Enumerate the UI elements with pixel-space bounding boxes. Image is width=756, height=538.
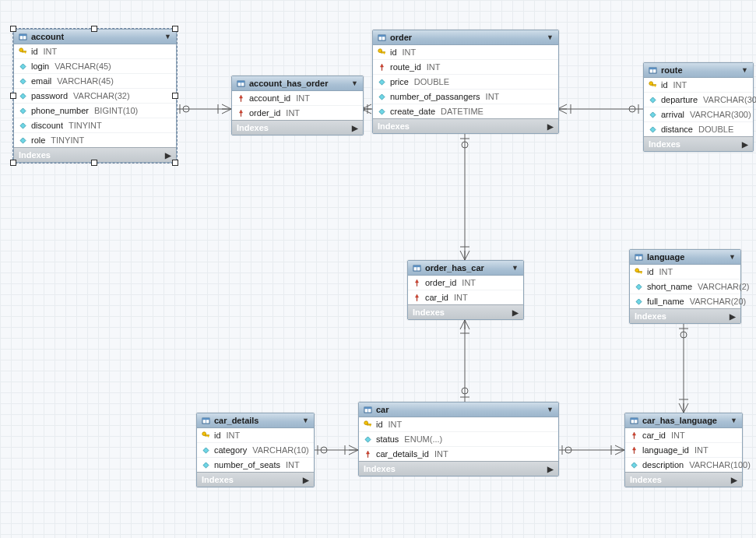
column-row[interactable]: short_nameVARCHAR(2) <box>630 280 740 294</box>
column-row[interactable]: route_idINT <box>373 60 558 75</box>
expand-icon[interactable]: ▶ <box>547 465 554 473</box>
collapse-icon[interactable]: ▼ <box>547 406 554 413</box>
column-row[interactable]: create_dateDATETIME <box>373 104 558 118</box>
column-list: idINTshort_nameVARCHAR(2)full_nameVARCHA… <box>630 265 740 308</box>
selection-handle[interactable] <box>10 26 16 32</box>
column-type: INT <box>286 108 300 118</box>
expand-icon[interactable]: ▶ <box>352 124 358 132</box>
column-row[interactable]: categoryVARCHAR(10) <box>197 443 314 458</box>
column-row[interactable]: passwordVARCHAR(32) <box>14 89 176 104</box>
svg-rect-85 <box>655 86 656 87</box>
indexes-section[interactable]: Indexes▶ <box>644 136 753 151</box>
column-row[interactable]: idINT <box>644 78 753 93</box>
indexes-section[interactable]: Indexes▶ <box>630 308 740 323</box>
column-row[interactable]: priceDOUBLE <box>373 75 558 90</box>
table-title: account_has_order <box>249 79 328 88</box>
column-row[interactable]: departureVARCHAR(300) <box>644 93 753 107</box>
attribute-icon <box>635 283 643 291</box>
table-account[interactable]: account▼idINTloginVARCHAR(45)emailVARCHA… <box>13 29 177 163</box>
column-row[interactable]: language_idINT <box>625 443 742 458</box>
indexes-section[interactable]: Indexes▶ <box>373 118 558 133</box>
table-header[interactable]: order_has_car▼ <box>408 261 523 276</box>
column-row[interactable]: order_idINT <box>232 106 363 120</box>
indexes-section[interactable]: Indexes▶ <box>359 461 558 476</box>
column-row[interactable]: descriptionVARCHAR(100) <box>625 458 742 472</box>
primary-key-icon <box>19 47 27 56</box>
column-row[interactable]: idINT <box>14 44 176 59</box>
expand-icon[interactable]: ▶ <box>303 476 309 484</box>
expand-icon[interactable]: ▶ <box>512 308 519 317</box>
column-row[interactable]: idINT <box>373 45 558 60</box>
expand-icon[interactable]: ▶ <box>165 151 171 160</box>
collapse-icon[interactable]: ▼ <box>547 33 554 41</box>
collapse-icon[interactable]: ▼ <box>351 79 358 87</box>
column-name: id <box>214 431 221 440</box>
selection-handle[interactable] <box>91 26 97 32</box>
indexes-section[interactable]: Indexes▶ <box>197 472 314 487</box>
indexes-section[interactable]: Indexes▶ <box>232 120 363 135</box>
table-car_details[interactable]: car_details▼idINTcategoryVARCHAR(10)numb… <box>196 413 315 487</box>
column-row[interactable]: car_idINT <box>408 290 523 304</box>
expand-icon[interactable]: ▶ <box>730 312 736 321</box>
column-row[interactable]: full_nameVARCHAR(20) <box>630 294 740 308</box>
column-row[interactable]: roleTINYINT <box>14 133 176 147</box>
column-list: order_idINTcar_idINT <box>408 276 523 304</box>
column-row[interactable]: arrivalVARCHAR(300) <box>644 107 753 122</box>
column-row[interactable]: statusENUM(...) <box>359 432 558 447</box>
column-type: INT <box>403 47 417 57</box>
table-header[interactable]: route▼ <box>644 63 753 78</box>
column-type: INT <box>434 449 448 459</box>
column-type: VARCHAR(300) <box>703 95 756 104</box>
table-route[interactable]: route▼idINTdepartureVARCHAR(300)arrivalV… <box>643 62 754 152</box>
collapse-icon[interactable]: ▼ <box>741 66 748 74</box>
column-row[interactable]: car_idINT <box>625 428 742 443</box>
expand-icon[interactable]: ▶ <box>547 122 554 131</box>
table-car_has_language[interactable]: car_has_language▼car_idINTlanguage_idINT… <box>624 413 743 487</box>
erd-canvas[interactable]: account▼idINTloginVARCHAR(45)emailVARCHA… <box>0 0 756 538</box>
column-row[interactable]: idINT <box>359 417 558 432</box>
table-car[interactable]: car▼idINTstatusENUM(...)car_details_idIN… <box>358 402 559 476</box>
selection-handle[interactable] <box>172 26 178 32</box>
table-account_has_order[interactable]: account_has_order▼account_idINTorder_idI… <box>231 76 364 135</box>
expand-icon[interactable]: ▶ <box>742 140 748 149</box>
table-header[interactable]: car_has_language▼ <box>625 413 742 428</box>
column-row[interactable]: car_details_idINT <box>359 447 558 461</box>
expand-icon[interactable]: ▶ <box>731 476 737 484</box>
column-row[interactable]: number_of_passangersINT <box>373 90 558 104</box>
table-header[interactable]: account_has_order▼ <box>232 76 363 91</box>
column-row[interactable]: emailVARCHAR(45) <box>14 74 176 89</box>
collapse-icon[interactable]: ▼ <box>302 417 309 424</box>
collapse-icon[interactable]: ▼ <box>512 264 519 272</box>
column-row[interactable]: phone_numberBIGINT(10) <box>14 104 176 118</box>
attribute-icon <box>649 125 657 134</box>
table-order[interactable]: order▼idINTroute_idINTpriceDOUBLEnumber_… <box>372 30 559 134</box>
collapse-icon[interactable]: ▼ <box>730 417 737 424</box>
selection-handle[interactable] <box>10 160 16 166</box>
selection-handle[interactable] <box>172 93 178 99</box>
indexes-section[interactable]: Indexes▶ <box>408 304 523 319</box>
selection-handle[interactable] <box>10 93 16 99</box>
column-list: idINTstatusENUM(...)car_details_idINT <box>359 417 558 461</box>
selection-handle[interactable] <box>91 160 97 166</box>
table-language[interactable]: language▼idINTshort_nameVARCHAR(2)full_n… <box>629 249 741 324</box>
column-row[interactable]: distanceDOUBLE <box>644 122 753 136</box>
column-row[interactable]: loginVARCHAR(45) <box>14 59 176 74</box>
column-row[interactable]: idINT <box>197 428 314 443</box>
column-row[interactable]: number_of_seatsINT <box>197 458 314 472</box>
table-header[interactable]: language▼ <box>630 250 740 265</box>
table-order_has_car[interactable]: order_has_car▼order_idINTcar_idINTIndexe… <box>407 260 524 320</box>
column-row[interactable]: order_idINT <box>408 276 523 290</box>
collapse-icon[interactable]: ▼ <box>164 33 171 40</box>
column-name: description <box>642 460 684 469</box>
column-name: order_id <box>425 278 456 287</box>
collapse-icon[interactable]: ▼ <box>729 253 736 261</box>
selection-handle[interactable] <box>172 160 178 166</box>
table-header[interactable]: car▼ <box>359 403 558 417</box>
column-row[interactable]: discountTINYINT <box>14 118 176 133</box>
indexes-section[interactable]: Indexes▶ <box>625 472 742 487</box>
table-header[interactable]: order▼ <box>373 30 558 45</box>
svg-point-2 <box>183 106 189 112</box>
table-header[interactable]: car_details▼ <box>197 413 314 428</box>
column-row[interactable]: account_idINT <box>232 91 363 106</box>
column-row[interactable]: idINT <box>630 265 740 280</box>
